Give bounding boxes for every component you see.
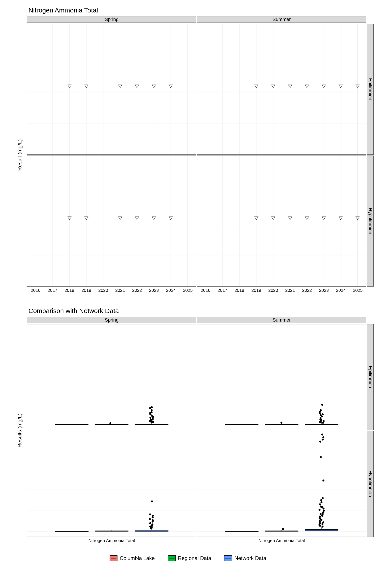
svg-point-81 [149,417,151,419]
col-strip-spring-b: Spring [27,317,196,323]
panel-summer-epi [197,24,366,155]
svg-point-193 [320,506,322,508]
panel-summer-hypo-b [197,431,366,537]
svg-point-146 [151,523,153,525]
svg-point-190 [319,509,321,511]
svg-point-177 [319,522,321,524]
svg-point-79 [150,419,152,421]
svg-point-201 [322,439,324,441]
chart-bottom-title: Comparison with Network Data [28,307,374,315]
svg-point-195 [321,501,323,503]
svg-point-200 [319,441,321,442]
svg-point-183 [319,516,321,518]
svg-point-153 [149,513,151,515]
panel-spring-epi-b: 0.00.51.01.52.0 [27,324,196,430]
svg-point-150 [149,518,151,520]
svg-point-196 [320,499,322,501]
chart-bottom: Comparison with Network Data Spring Summ… [2,307,374,544]
svg-point-80 [152,418,154,420]
legend-label-network: Network Data [234,555,266,561]
x-cat-summer: Nitrogen Ammonia Total [197,538,366,544]
panel-summer-hypo [197,156,366,287]
svg-point-149 [152,519,154,521]
y-axis-title-bottom: Results (mg/L) [13,324,26,537]
chart-top: Nitrogen Ammonia Total Spring Summer Res… [2,7,374,294]
svg-point-186 [320,513,322,515]
legend-label-regional: Regional Data [178,555,211,561]
row-strip-hypo-b: Hypolimnion [367,431,374,537]
x-ticks-spring: 2016201720182019202020212022202320242025 [27,287,196,294]
legend-swatch-columbia [109,555,118,561]
svg-point-123 [321,404,323,406]
chart-top-title: Nitrogen Ammonia Total [28,7,374,14]
chart-bottom-grid: Spring Summer Results (mg/L) 0.00.51.01.… [13,317,374,544]
col-strip-summer-b: Summer [197,317,366,323]
svg-point-178 [323,521,324,523]
svg-point-194 [319,503,321,505]
svg-point-87 [151,409,153,411]
svg-point-173 [322,525,324,527]
svg-point-144 [149,525,151,527]
row-strip-epi-b: Epilimnion [367,324,374,430]
svg-point-69 [109,422,111,424]
svg-point-152 [152,515,154,517]
x-ticks-summer: 2016201720182019202020212022202320242025 [197,287,366,294]
legend-swatch-regional [168,555,176,561]
svg-point-168 [282,528,284,530]
legend-regional: Regional Data [168,555,211,561]
svg-point-197 [322,497,324,499]
svg-point-147 [149,522,151,524]
legend-network: Network Data [224,555,266,561]
svg-point-189 [323,510,325,512]
svg-point-198 [323,480,324,481]
panel-spring-epi: -0.0250.0000.0250.050 [27,24,196,155]
y-axis-title-top: Result (mg/L) [13,24,26,287]
svg-point-89 [151,406,153,408]
svg-point-202 [323,436,324,438]
svg-point-122 [320,409,322,411]
panel-spring-hypo-b: 0.00.51.01.52.0 [27,431,196,537]
svg-point-154 [151,500,153,502]
col-strip-spring: Spring [27,16,196,23]
svg-point-185 [322,514,324,516]
svg-point-118 [320,414,322,416]
panel-summer-epi-b [197,324,366,430]
svg-point-119 [322,414,324,415]
svg-point-203 [321,434,323,436]
svg-point-179 [319,520,321,522]
legend: Columbia Lake Regional Data Network Data [2,555,374,561]
row-strip-epi: Epilimnion [367,24,374,155]
svg-point-116 [320,417,322,419]
x-cat-spring: Nitrogen Ammonia Total [27,538,196,544]
legend-columbia: Columbia Lake [109,555,155,561]
svg-point-103 [281,422,283,424]
panel-spring-hypo: -0.0250.0000.0250.050 [27,156,196,287]
col-strip-summer: Summer [197,16,366,23]
legend-label-columbia: Columbia Lake [120,555,155,561]
legend-swatch-network [224,555,232,561]
svg-point-86 [150,411,152,413]
svg-point-199 [320,456,322,458]
chart-top-grid: Spring Summer Result (mg/L) -0.0250.0000… [13,16,374,294]
row-strip-hypo: Hypolimnion [367,156,374,287]
svg-point-76 [152,420,154,422]
svg-point-112 [323,420,325,422]
